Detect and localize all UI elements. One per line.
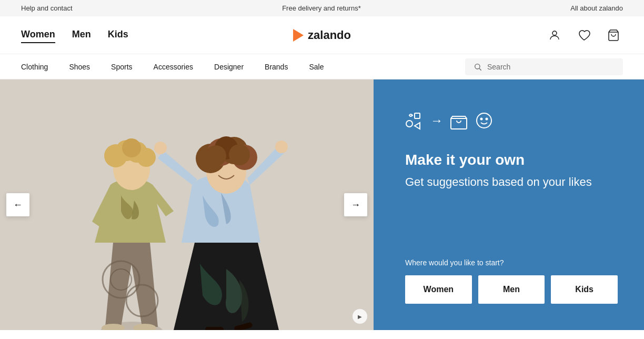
svg-point-31	[406, 121, 412, 127]
svg-point-0	[552, 31, 557, 35]
hero-icon-row: →	[405, 111, 618, 130]
bag-outline-icon	[449, 111, 468, 130]
where-start-buttons: Women Men Kids	[405, 275, 618, 304]
heart-icon	[578, 29, 590, 42]
info-bar: Help and contact Free delivery and retur…	[0, 0, 644, 16]
svg-rect-28	[205, 327, 224, 330]
nav-shoes[interactable]: Shoes	[58, 54, 100, 79]
svg-rect-30	[415, 113, 420, 118]
cart-button[interactable]	[604, 26, 623, 45]
svg-point-35	[481, 118, 482, 120]
svg-point-36	[486, 118, 488, 120]
nav-accessories[interactable]: Accessories	[143, 54, 204, 79]
svg-line-3	[479, 68, 481, 71]
svg-point-2	[475, 64, 480, 68]
smiley-icon	[475, 111, 494, 130]
wishlist-shapes-icon	[405, 111, 424, 130]
search-icon	[474, 63, 482, 71]
svg-marker-32	[415, 123, 420, 129]
nav-designer[interactable]: Designer	[204, 54, 254, 79]
where-start-label: Where would you like to start?	[405, 258, 618, 267]
svg-point-34	[477, 113, 491, 128]
wishlist-button[interactable]	[575, 26, 593, 45]
start-kids-button[interactable]: Kids	[551, 275, 618, 304]
nav-clothing[interactable]: Clothing	[21, 54, 58, 79]
hero-section: ← → →	[0, 79, 644, 330]
nav-men[interactable]: Men	[72, 27, 91, 43]
svg-point-26	[205, 145, 226, 166]
where-start: Where would you like to start? Women Men…	[405, 258, 618, 304]
nav-brands[interactable]: Brands	[254, 54, 298, 79]
svg-point-19	[275, 141, 288, 153]
prev-arrow[interactable]: ←	[6, 193, 29, 216]
search-placeholder: Search	[487, 63, 510, 71]
carousel-play[interactable]	[353, 309, 367, 324]
hero-title: Make it your own	[405, 151, 618, 169]
svg-point-27	[229, 144, 250, 165]
hero-image: ← →	[0, 79, 374, 330]
delivery-info: Free delivery and returns*	[282, 4, 361, 12]
nav-sale[interactable]: Sale	[298, 54, 334, 79]
account-button[interactable]	[545, 26, 564, 45]
svg-point-14	[122, 138, 141, 157]
hero-subtitle: Get suggestions based on your likes	[405, 174, 618, 191]
person-icon	[548, 29, 561, 42]
logo[interactable]: zalando	[293, 28, 351, 42]
nav-sports[interactable]: Sports	[100, 54, 143, 79]
nav-bar: Clothing Shoes Sports Accessories Design…	[0, 54, 644, 79]
svg-point-18	[154, 142, 167, 154]
start-men-button[interactable]: Men	[478, 275, 545, 304]
header: Women Men Kids zalando	[0, 16, 644, 54]
nav-links: Clothing Shoes Sports Accessories Design…	[21, 54, 465, 79]
logo-text: zalando	[308, 28, 351, 42]
search-bar[interactable]: Search	[465, 58, 623, 75]
header-icons	[545, 26, 623, 45]
start-women-button[interactable]: Women	[405, 275, 472, 304]
logo-triangle	[293, 29, 304, 42]
nav-women[interactable]: Women	[21, 27, 55, 43]
hero-content: → Make it your own Get suggestions based…	[374, 79, 644, 330]
about-link[interactable]: All about zalando	[570, 4, 623, 12]
bag-icon	[607, 29, 620, 42]
help-contact-link[interactable]: Help and contact	[21, 4, 73, 12]
header-nav: Women Men Kids	[21, 27, 128, 43]
arrow-icon: →	[430, 113, 443, 128]
nav-kids[interactable]: Kids	[108, 27, 128, 43]
next-arrow[interactable]: →	[344, 193, 367, 216]
hero-illustration	[0, 79, 374, 330]
